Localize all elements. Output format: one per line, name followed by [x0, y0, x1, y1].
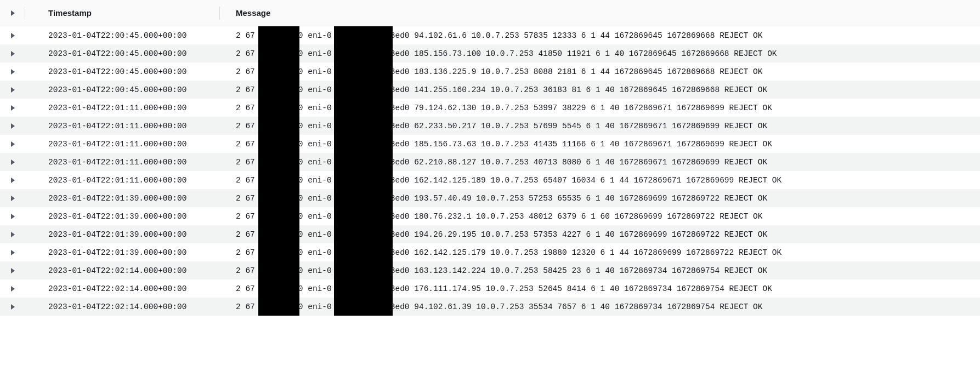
expand-row-icon[interactable]	[11, 214, 15, 219]
message-prefix: 2 67	[236, 140, 255, 149]
message-suffix: 8ed0 185.156.73.63 10.0.7.253 41435 1116…	[390, 140, 772, 149]
message-cell: 2 670 eni-08ed0 79.124.62.130 10.0.7.253…	[219, 104, 980, 112]
message-cell: 2 670 eni-08ed0 185.156.73.100 10.0.7.25…	[219, 49, 980, 58]
expand-row-icon[interactable]	[11, 69, 15, 75]
log-row[interactable]: 2023-01-04T22:02:14.000+00:002 670 eni-0…	[0, 298, 980, 316]
log-row[interactable]: 2023-01-04T22:01:11.000+00:002 670 eni-0…	[0, 171, 980, 189]
timestamp-cell: 2023-01-04T22:01:39.000+00:00	[33, 248, 219, 257]
timestamp-cell: 2023-01-04T22:01:11.000+00:00	[33, 158, 219, 167]
message-mid: 0 eni-0	[298, 266, 332, 275]
message-suffix: 8ed0 194.26.29.195 10.0.7.253 57353 4227…	[390, 230, 767, 239]
expand-cell	[0, 141, 33, 147]
expand-row-icon[interactable]	[11, 87, 15, 93]
message-suffix: 8ed0 141.255.160.234 10.0.7.253 36183 81…	[390, 85, 767, 94]
log-row[interactable]: 2023-01-04T22:01:11.000+00:002 670 eni-0…	[0, 135, 980, 153]
expand-cell	[0, 123, 33, 129]
timestamp-cell: 2023-01-04T22:01:11.000+00:00	[33, 176, 219, 185]
message-mid: 0 eni-0	[298, 212, 332, 221]
message-prefix: 2 67	[236, 266, 255, 275]
expand-all-column	[0, 7, 33, 20]
message-prefix: 2 67	[236, 67, 255, 76]
message-header-label: Message	[236, 8, 270, 18]
log-row[interactable]: 2023-01-04T22:01:11.000+00:002 670 eni-0…	[0, 117, 980, 135]
log-row[interactable]: 2023-01-04T22:02:14.000+00:002 670 eni-0…	[0, 261, 980, 279]
log-row[interactable]: 2023-01-04T22:01:11.000+00:002 670 eni-0…	[0, 99, 980, 117]
expand-row-icon[interactable]	[11, 178, 15, 183]
message-prefix: 2 67	[236, 31, 255, 40]
expand-row-icon[interactable]	[11, 141, 15, 147]
expand-row-icon[interactable]	[11, 51, 15, 56]
expand-cell	[0, 196, 33, 201]
expand-cell	[0, 268, 33, 273]
message-cell: 2 670 eni-08ed0 185.156.73.63 10.0.7.253…	[219, 140, 980, 149]
message-cell: 2 670 eni-08ed0 193.57.40.49 10.0.7.253 …	[219, 194, 980, 203]
log-row[interactable]: 2023-01-04T22:00:45.000+00:002 670 eni-0…	[0, 26, 980, 44]
timestamp-cell: 2023-01-04T22:01:39.000+00:00	[33, 212, 219, 221]
message-cell: 2 670 eni-08ed0 62.233.50.217 10.0.7.253…	[219, 122, 980, 130]
log-row[interactable]: 2023-01-04T22:02:14.000+00:002 670 eni-0…	[0, 279, 980, 298]
message-mid: 0 eni-0	[298, 284, 332, 293]
expand-row-icon[interactable]	[11, 250, 15, 255]
expand-cell	[0, 178, 33, 183]
message-cell: 2 670 eni-08ed0 141.255.160.234 10.0.7.2…	[219, 85, 980, 94]
message-mid: 0 eni-0	[298, 194, 332, 203]
log-row[interactable]: 2023-01-04T22:00:45.000+00:002 670 eni-0…	[0, 81, 980, 99]
log-row[interactable]: 2023-01-04T22:01:39.000+00:002 670 eni-0…	[0, 207, 980, 225]
timestamp-cell: 2023-01-04T22:00:45.000+00:00	[33, 85, 219, 94]
log-row[interactable]: 2023-01-04T22:01:11.000+00:002 670 eni-0…	[0, 153, 980, 171]
timestamp-cell: 2023-01-04T22:01:11.000+00:00	[33, 122, 219, 130]
expand-row-icon[interactable]	[11, 232, 15, 237]
expand-cell	[0, 105, 33, 111]
expand-cell	[0, 87, 33, 93]
message-cell: 2 670 eni-08ed0 163.123.142.224 10.0.7.2…	[219, 266, 980, 275]
expand-row-icon[interactable]	[11, 268, 15, 273]
message-mid: 0 eni-0	[298, 31, 332, 40]
timestamp-cell: 2023-01-04T22:00:45.000+00:00	[33, 67, 219, 76]
message-suffix: 8ed0 163.123.142.224 10.0.7.253 58425 23…	[390, 266, 767, 275]
log-row[interactable]: 2023-01-04T22:00:45.000+00:002 670 eni-0…	[0, 62, 980, 81]
log-row[interactable]: 2023-01-04T22:00:45.000+00:002 670 eni-0…	[0, 44, 980, 62]
message-prefix: 2 67	[236, 158, 255, 167]
message-mid: 0 eni-0	[298, 248, 332, 257]
expand-row-icon[interactable]	[11, 304, 15, 310]
message-suffix: 8ed0 62.210.88.127 10.0.7.253 40713 8080…	[390, 158, 767, 167]
message-mid: 0 eni-0	[298, 158, 332, 167]
log-row[interactable]: 2023-01-04T22:01:39.000+00:002 670 eni-0…	[0, 189, 980, 207]
log-row[interactable]: 2023-01-04T22:01:39.000+00:002 670 eni-0…	[0, 243, 980, 261]
expand-cell	[0, 51, 33, 56]
expand-cell	[0, 250, 33, 255]
message-mid: 0 eni-0	[298, 104, 332, 112]
message-header-cell: Message	[219, 8, 980, 18]
log-row[interactable]: 2023-01-04T22:01:39.000+00:002 670 eni-0…	[0, 225, 980, 243]
message-cell: 2 670 eni-08ed0 183.136.225.9 10.0.7.253…	[219, 67, 980, 76]
message-mid: 0 eni-0	[298, 67, 332, 76]
timestamp-header-cell: Timestamp	[33, 8, 219, 18]
message-mid: 0 eni-0	[298, 176, 332, 185]
expand-cell	[0, 304, 33, 310]
message-cell: 2 670 eni-08ed0 180.76.232.1 10.0.7.253 …	[219, 212, 980, 221]
message-suffix: 8ed0 193.57.40.49 10.0.7.253 57253 65535…	[390, 194, 767, 203]
log-events-table: Timestamp Message 2023-01-04T22:00:45.00…	[0, 0, 980, 316]
message-prefix: 2 67	[236, 230, 255, 239]
expand-cell	[0, 286, 33, 292]
expand-row-icon[interactable]	[11, 105, 15, 111]
expand-row-icon[interactable]	[11, 33, 15, 38]
message-suffix: 8ed0 62.233.50.217 10.0.7.253 57699 5545…	[390, 122, 767, 130]
expand-row-icon[interactable]	[11, 159, 15, 165]
message-cell: 2 670 eni-08ed0 94.102.61.6 10.0.7.253 5…	[219, 31, 980, 40]
timestamp-cell: 2023-01-04T22:01:39.000+00:00	[33, 194, 219, 203]
message-suffix: 8ed0 185.156.73.100 10.0.7.253 41850 119…	[390, 49, 777, 58]
timestamp-cell: 2023-01-04T22:01:11.000+00:00	[33, 104, 219, 112]
timestamp-cell: 2023-01-04T22:01:39.000+00:00	[33, 230, 219, 239]
expand-all-icon[interactable]	[11, 10, 15, 16]
expand-row-icon[interactable]	[11, 196, 15, 201]
timestamp-cell: 2023-01-04T22:01:11.000+00:00	[33, 140, 219, 149]
expand-row-icon[interactable]	[11, 286, 15, 292]
expand-cell	[0, 159, 33, 165]
expand-row-icon[interactable]	[11, 123, 15, 129]
message-prefix: 2 67	[236, 194, 255, 203]
message-cell: 2 670 eni-08ed0 176.111.174.95 10.0.7.25…	[219, 284, 980, 293]
message-suffix: 8ed0 162.142.125.179 10.0.7.253 19880 12…	[390, 248, 782, 257]
expand-cell	[0, 232, 33, 237]
timestamp-cell: 2023-01-04T22:02:14.000+00:00	[33, 302, 219, 311]
